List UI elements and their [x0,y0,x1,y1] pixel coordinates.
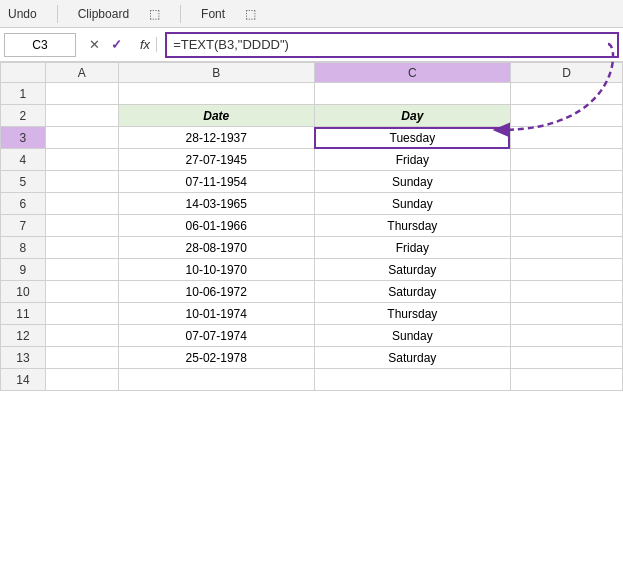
cell-d12[interactable] [510,325,622,347]
cell-b13[interactable]: 25-02-1978 [118,347,314,369]
cell-b7[interactable]: 06-01-1966 [118,215,314,237]
column-headers: A B C D [1,63,623,83]
row-number: 10 [1,281,46,303]
cell-b1[interactable] [118,83,314,105]
toolbar-separator [57,5,58,23]
cell-c5[interactable]: Sunday [314,171,510,193]
cell-b6[interactable]: 14-03-1965 [118,193,314,215]
col-header-b[interactable]: B [118,63,314,83]
cell-d4[interactable] [510,149,622,171]
cell-d11[interactable] [510,303,622,325]
row-number: 8 [1,237,46,259]
cell-d7[interactable] [510,215,622,237]
cell-a8[interactable] [45,237,118,259]
cell-b9[interactable]: 10-10-1970 [118,259,314,281]
cell-b12[interactable]: 07-07-1974 [118,325,314,347]
cell-a2[interactable] [45,105,118,127]
cell-c13[interactable]: Saturday [314,347,510,369]
cell-b4[interactable]: 27-07-1945 [118,149,314,171]
col-header-a[interactable]: A [45,63,118,83]
cell-a9[interactable] [45,259,118,281]
table-row: 828-08-1970Friday [1,237,623,259]
cell-a14[interactable] [45,369,118,391]
table-row: 2DateDay [1,105,623,127]
table-row: 1325-02-1978Saturday [1,347,623,369]
cell-d1[interactable] [510,83,622,105]
cell-c6[interactable]: Sunday [314,193,510,215]
corner-cell [1,63,46,83]
table-row: 507-11-1954Sunday [1,171,623,193]
cell-c2[interactable]: Day [314,105,510,127]
clipboard-label: Clipboard [78,7,129,21]
row-number: 11 [1,303,46,325]
cell-c11[interactable]: Thursday [314,303,510,325]
cell-d8[interactable] [510,237,622,259]
font-label: Font [201,7,225,21]
cell-d3[interactable] [510,127,622,149]
cell-a10[interactable] [45,281,118,303]
cell-b2[interactable]: Date [118,105,314,127]
cell-c10[interactable]: Saturday [314,281,510,303]
grid-table: A B C D 12DateDay328-12-1937Tuesday427-0… [0,62,623,391]
cell-a4[interactable] [45,149,118,171]
table-row: 1110-01-1974Thursday [1,303,623,325]
cell-b10[interactable]: 10-06-1972 [118,281,314,303]
cell-a11[interactable] [45,303,118,325]
cell-reference-box[interactable] [4,33,76,57]
formula-confirm-button[interactable]: ✓ [106,35,126,55]
row-number: 1 [1,83,46,105]
cell-a1[interactable] [45,83,118,105]
row-number: 6 [1,193,46,215]
table-row: 1010-06-1972Saturday [1,281,623,303]
cell-b5[interactable]: 07-11-1954 [118,171,314,193]
row-number: 4 [1,149,46,171]
cell-c12[interactable]: Sunday [314,325,510,347]
cell-b11[interactable]: 10-01-1974 [118,303,314,325]
cell-c7[interactable]: Thursday [314,215,510,237]
cell-c8[interactable]: Friday [314,237,510,259]
spreadsheet-grid: A B C D 12DateDay328-12-1937Tuesday427-0… [0,62,623,391]
toolbar: Undo Clipboard ⬚ Font ⬚ [0,0,623,28]
cell-a13[interactable] [45,347,118,369]
cell-a6[interactable] [45,193,118,215]
cell-c14[interactable] [314,369,510,391]
cell-c9[interactable]: Saturday [314,259,510,281]
table-row: 14 [1,369,623,391]
cell-a3[interactable] [45,127,118,149]
cell-a7[interactable] [45,215,118,237]
row-number: 9 [1,259,46,281]
formula-input[interactable] [165,32,619,58]
formula-bar: ✕ ✓ fx [0,28,623,62]
cell-d6[interactable] [510,193,622,215]
row-number: 12 [1,325,46,347]
row-number: 14 [1,369,46,391]
cell-a12[interactable] [45,325,118,347]
cell-c4[interactable]: Friday [314,149,510,171]
col-header-c[interactable]: C [314,63,510,83]
row-number: 7 [1,215,46,237]
table-row: 427-07-1945Friday [1,149,623,171]
formula-cancel-button[interactable]: ✕ [84,35,104,55]
row-number: 2 [1,105,46,127]
cell-c3[interactable]: Tuesday [314,127,510,149]
col-header-d[interactable]: D [510,63,622,83]
row-number: 3 [1,127,46,149]
cell-d2[interactable] [510,105,622,127]
cell-d13[interactable] [510,347,622,369]
table-row: 1 [1,83,623,105]
cell-b3[interactable]: 28-12-1937 [118,127,314,149]
cell-d5[interactable] [510,171,622,193]
table-row: 910-10-1970Saturday [1,259,623,281]
cell-b8[interactable]: 28-08-1970 [118,237,314,259]
table-row: 328-12-1937Tuesday [1,127,623,149]
table-row: 706-01-1966Thursday [1,215,623,237]
cell-b14[interactable] [118,369,314,391]
cell-d9[interactable] [510,259,622,281]
clipboard-icon: ⬚ [149,7,160,21]
undo-button[interactable]: Undo [8,7,37,21]
cell-d10[interactable] [510,281,622,303]
table-row: 614-03-1965Sunday [1,193,623,215]
cell-c1[interactable] [314,83,510,105]
cell-a5[interactable] [45,171,118,193]
cell-d14[interactable] [510,369,622,391]
